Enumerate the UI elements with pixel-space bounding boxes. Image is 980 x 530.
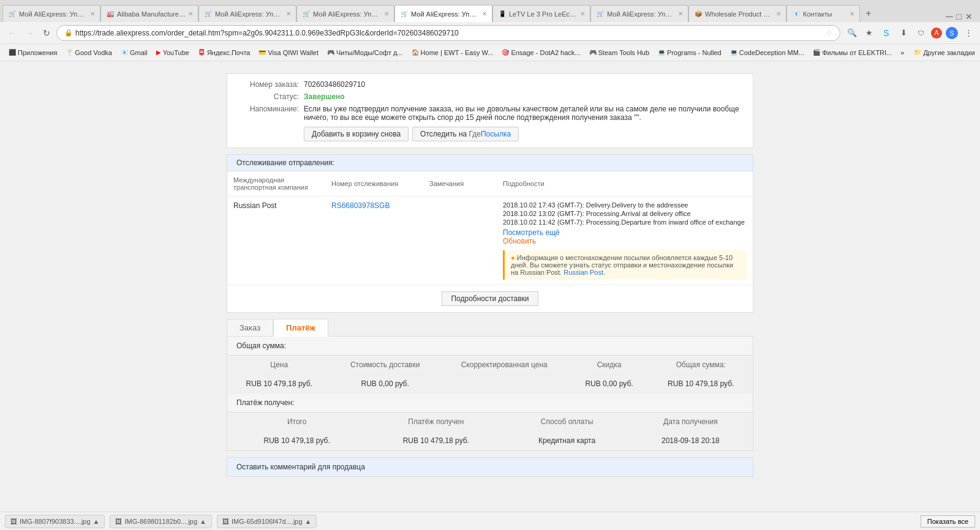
tab-5-close[interactable]: ✕ — [482, 10, 487, 17]
back-button[interactable]: ← — [5, 26, 20, 40]
tab-7[interactable]: 🛒 Мой AliExpress: Упрас... ✕ — [590, 5, 688, 22]
close-button[interactable]: ✕ — [965, 12, 973, 21]
tab-9-close[interactable]: ✕ — [850, 10, 854, 17]
download-1-chevron[interactable]: ▲ — [93, 518, 100, 525]
bookmark-programs[interactable]: 💻 Programs - Nulled — [654, 48, 725, 58]
minimize-button[interactable]: ─ — [946, 11, 952, 22]
tracking-detail-2: 2018.10.02 13:02 (GMT-7): Processing.Arr… — [503, 210, 747, 217]
bookmark-films[interactable]: 🎬 Фильмы от ELEKTRI... — [809, 48, 895, 58]
tab-5-favicon: 🛒 — [400, 10, 409, 18]
tracking-company: Russian Post — [227, 196, 325, 285]
tab-1-close[interactable]: ✕ — [90, 10, 95, 17]
tracking-detail-3: 2018.10.02 11:42 (GMT-7): Processing.Dep… — [503, 218, 747, 226]
status-bar: 🖼 IMG-8807f903833....jpg ▲ 🖼 IMG-8698011… — [0, 512, 980, 530]
payment-tab[interactable]: Платёж — [273, 319, 328, 337]
track-link[interactable]: Посылка — [481, 130, 511, 138]
new-tab-button[interactable]: + — [860, 5, 877, 22]
col-details: Подробности — [497, 171, 753, 196]
bookmark-gmail-label: Gmail — [130, 49, 148, 56]
bookmark-star-icon[interactable]: ☆ — [826, 29, 832, 37]
bookmark-gmail[interactable]: 📧 Gmail — [117, 48, 151, 58]
refresh-link[interactable]: Обновить — [503, 237, 536, 245]
bookmark-home-ewt[interactable]: 🏠 Home | EWT - Easy W... — [408, 48, 497, 58]
bookmark-more[interactable]: » — [897, 48, 908, 58]
tab-7-close[interactable]: ✕ — [678, 10, 683, 17]
bookmark-ensage-label: Ensage - DotA2 hack... — [511, 49, 580, 56]
tab-8[interactable]: 📦 Wholesale Product Sna... ✕ — [688, 5, 786, 22]
russian-post-link[interactable]: Russian Post — [564, 269, 603, 276]
tracking-number-link[interactable]: RS66803978SGB — [331, 201, 390, 210]
download-1-icon: 🖼 — [10, 518, 17, 525]
col-company: Международная транспортная компания — [227, 171, 325, 196]
apps-icon: ⬛ — [9, 49, 16, 56]
page-content: Номер заказа: 702603486029710 Статус: За… — [0, 61, 980, 512]
tab-8-title: Wholesale Product Sna... — [705, 10, 774, 18]
bookmark-yandex[interactable]: 📮 Яндекс.Почта — [194, 48, 254, 58]
track-button[interactable]: Отследить на ГдеПосылка — [412, 127, 519, 141]
bookmark-steam[interactable]: 🎮 Steam Tools Hub — [586, 48, 654, 58]
reload-button[interactable]: ↻ — [39, 26, 54, 40]
tab-7-title: Мой AliExpress: Упрас... — [607, 10, 676, 18]
url-text: https://trade.aliexpress.com/order_detai… — [75, 29, 823, 37]
bookmark-icon[interactable]: ★ — [862, 26, 876, 40]
tab-4-close[interactable]: ✕ — [384, 10, 389, 17]
forward-button[interactable]: → — [22, 26, 37, 40]
home-icon: 🏠 — [412, 49, 419, 56]
total-data-row: RUB 10 479,18 руб. RUB 0,00 руб. RUB 0,0… — [227, 375, 753, 394]
view-more-link[interactable]: Посмотреть ещё — [503, 228, 560, 237]
qiwi-icon: 💳 — [258, 49, 266, 56]
code-icon: 💻 — [730, 49, 737, 56]
tab-4[interactable]: 🛒 Мой AliExpress: Упрас... ✕ — [296, 5, 394, 22]
maximize-button[interactable]: □ — [957, 12, 962, 21]
tab-3-close[interactable]: ✕ — [286, 10, 291, 17]
skype-icon[interactable]: S — [880, 26, 893, 40]
download-3-chevron[interactable]: ▲ — [305, 518, 312, 525]
avast-icon[interactable]: 🛡 — [914, 26, 927, 40]
bookmark-qiwi[interactable]: 💳 Visa QIWI Wallet — [255, 48, 322, 58]
tab-6[interactable]: 📱 LeTV Le 3 Pro LeEco Le... ✕ — [492, 5, 590, 22]
tab-8-close[interactable]: ✕ — [776, 10, 781, 17]
tab-9-title: Контакты — [803, 10, 832, 18]
tab-1[interactable]: 🛒 Мой AliExpress: Упрас... ✕ — [2, 5, 100, 22]
bookmark-other[interactable]: 📁 Другие закладки — [910, 48, 978, 58]
add-to-cart-button[interactable]: Добавить в корзину снова — [304, 127, 409, 141]
tab-4-favicon: 🛒 — [302, 10, 311, 18]
order-tabs: Заказ Платёж — [227, 319, 753, 337]
extensions-icon[interactable]: A — [931, 28, 942, 39]
tab-9[interactable]: 📧 Контакты ✕ — [786, 5, 860, 22]
bookmark-code[interactable]: 💻 CodeDeception MM... — [726, 48, 808, 58]
downloads-icon[interactable]: ⬇ — [897, 26, 910, 40]
bookmark-yandex-label: Яндекс.Почта — [207, 49, 251, 56]
download-3[interactable]: 🖼 IMG-65d9106f47d....jpg ▲ — [217, 515, 317, 528]
tab-2-close[interactable]: ✕ — [188, 10, 193, 17]
delivery-details-button[interactable]: Подробности доставки — [442, 291, 538, 306]
download-1[interactable]: 🖼 IMG-8807f903833....jpg ▲ — [5, 515, 105, 528]
download-2-chevron[interactable]: ▲ — [200, 518, 206, 525]
tracking-links: Посмотреть ещё Обновить — [503, 228, 747, 245]
bookmark-youtube[interactable]: ▶ YouTube — [153, 48, 193, 58]
bookmark-good-vodka[interactable]: 🍸 Good Vodka — [62, 48, 116, 58]
profile-icon[interactable]: S — [946, 27, 958, 39]
show-all-button[interactable]: Показать все — [921, 515, 975, 528]
search-icon[interactable]: 🔍 — [845, 26, 859, 40]
menu-icon[interactable]: ⋮ — [962, 26, 975, 40]
col-notes: Замечания — [423, 171, 497, 196]
th-received-total: Итого — [227, 412, 366, 431]
tab-3[interactable]: 🛒 Мой AliExpress: Упрас... ✕ — [198, 5, 296, 22]
tab-5[interactable]: 🛒 Мой AliExpress: Упрас... ✕ — [394, 5, 492, 22]
order-tab[interactable]: Заказ — [227, 319, 273, 337]
bookmark-youtube-label: YouTube — [163, 49, 189, 56]
tab-2[interactable]: 🏭 Alibaba Manufacturer ... ✕ — [100, 5, 198, 22]
bookmark-ensage[interactable]: 🎯 Ensage - DotA2 hack... — [498, 48, 584, 58]
bookmark-cheats[interactable]: 🎮 Читы/Моды/Софт д... — [323, 48, 407, 58]
th-total: Общая сумма: — [649, 356, 753, 375]
url-bar[interactable]: 🔒 https://trade.aliexpress.com/order_det… — [56, 25, 840, 41]
track-button-text: Отследить на — [420, 130, 469, 138]
bookmark-films-label: Фильмы от ELEKTRI... — [822, 49, 892, 56]
tracking-header: Отслеживание отправления: — [227, 155, 753, 171]
th-received-date: Дата получения — [628, 412, 753, 431]
bookmark-apps[interactable]: ⬛ Приложения — [5, 48, 61, 58]
order-action-buttons: Добавить в корзину снова Отследить на Гд… — [304, 127, 744, 141]
tab-6-close[interactable]: ✕ — [580, 10, 585, 17]
download-2[interactable]: 🖼 IMG-869801182b0....jpg ▲ — [110, 515, 212, 528]
